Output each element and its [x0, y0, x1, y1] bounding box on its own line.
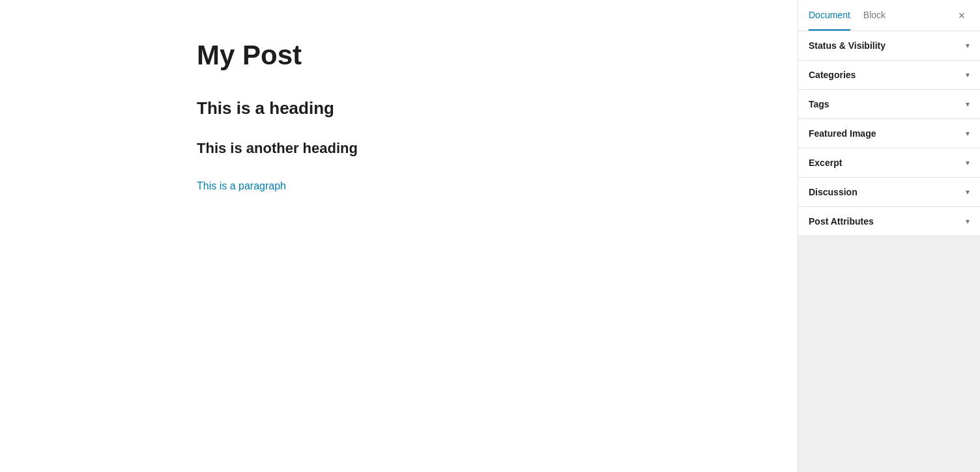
chevron-down-icon: ▾	[966, 217, 970, 226]
editor-area[interactable]: My Post This is a heading This is anothe…	[0, 0, 798, 472]
paragraph-block[interactable]: This is a paragraph	[197, 178, 601, 195]
panel-excerpt-label: Excerpt	[809, 158, 842, 168]
panel-categories-label: Categories	[809, 70, 856, 80]
heading-1[interactable]: This is a heading	[197, 98, 601, 120]
panel-featured-image-label: Featured Image	[809, 128, 876, 139]
panel-post-attributes[interactable]: Post Attributes ▾	[798, 207, 980, 236]
sidebar-panels: Status & Visibility ▾ Categories ▾ Tags …	[798, 31, 980, 252]
panel-discussion[interactable]: Discussion ▾	[798, 178, 980, 207]
panel-status-visibility[interactable]: Status & Visibility ▾	[798, 31, 980, 61]
tab-document[interactable]: Document	[809, 1, 850, 31]
sidebar-tabs: Document Block ×	[798, 0, 980, 31]
tab-block[interactable]: Block	[863, 1, 886, 31]
editor-content: My Post This is a heading This is anothe…	[171, 39, 627, 194]
panel-tags-label: Tags	[809, 99, 829, 109]
post-title[interactable]: My Post	[197, 39, 601, 72]
panel-featured-image[interactable]: Featured Image ▾	[798, 119, 980, 148]
sidebar-bottom	[798, 252, 980, 473]
panel-post-attributes-label: Post Attributes	[809, 216, 874, 227]
chevron-down-icon: ▾	[966, 158, 970, 167]
panel-categories[interactable]: Categories ▾	[798, 61, 980, 90]
sidebar: Document Block × Status & Visibility ▾ C…	[798, 0, 980, 472]
chevron-down-icon: ▾	[966, 100, 970, 109]
sidebar-close-button[interactable]: ×	[954, 8, 970, 23]
chevron-down-icon: ▾	[966, 129, 970, 138]
chevron-down-icon: ▾	[966, 187, 970, 197]
chevron-down-icon: ▾	[966, 41, 970, 50]
heading-2[interactable]: This is another heading	[197, 139, 601, 158]
panel-excerpt[interactable]: Excerpt ▾	[798, 148, 980, 178]
panel-discussion-label: Discussion	[809, 187, 857, 197]
panel-tags[interactable]: Tags ▾	[798, 90, 980, 119]
panel-status-visibility-label: Status & Visibility	[809, 40, 886, 51]
chevron-down-icon: ▾	[966, 70, 970, 79]
